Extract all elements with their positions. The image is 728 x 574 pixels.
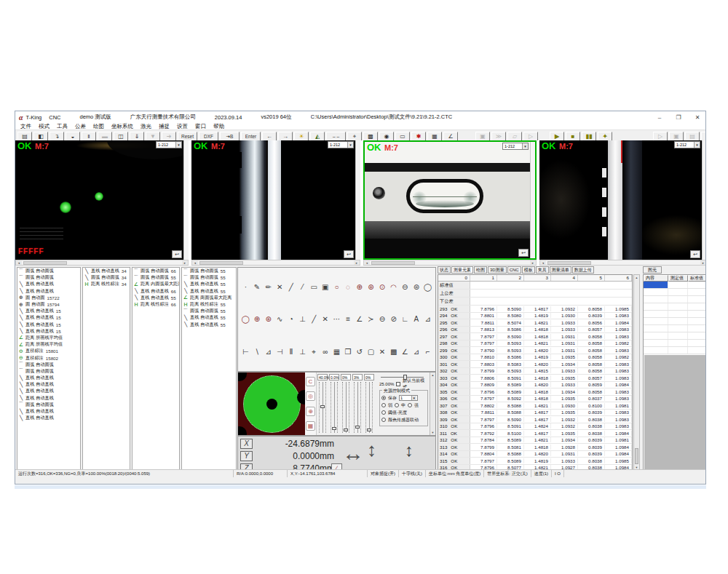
table-column-header[interactable]: 0 — [438, 275, 470, 281]
list-item[interactable]: H距离 线性标注66 — [132, 301, 179, 308]
palette-tool-icon[interactable]: ⊿ — [263, 346, 274, 357]
slider-thumb[interactable] — [367, 428, 371, 431]
camera-4-corner-button[interactable]: ↩ — [690, 250, 700, 258]
palette-tool-icon[interactable]: ✕ — [377, 346, 388, 357]
scrollbar-thumb[interactable] — [199, 261, 243, 265]
list-item[interactable]: ╲直线 自动直线 — [17, 281, 80, 287]
table-special-row[interactable]: 标准值 — [438, 282, 632, 290]
camera-3-horizontal-scrollbar[interactable]: ◂ ▸ — [363, 260, 537, 266]
table-row[interactable]: 302OK7.87998.50931.48151.09330.80581.098… — [438, 368, 632, 375]
table-vertical-scrollbar[interactable]: ▴ ▾ — [633, 274, 640, 471]
table-tab-3[interactable]: 3D测量 — [488, 266, 507, 274]
palette-tool-icon[interactable]: ⊘ — [388, 314, 399, 324]
list-item[interactable]: ╲直线 自动直线 — [17, 375, 80, 381]
table-tab-6[interactable]: 夹具 — [536, 266, 549, 274]
table-column-header[interactable]: 4 — [551, 275, 578, 281]
camera-panel-3-selected[interactable]: OK M:7 1-212▼ ↩ ◂ ▸ — [363, 140, 537, 266]
element-row[interactable] — [644, 311, 706, 318]
list-item[interactable]: ∠距离 两圆弧最大距离 — [182, 295, 236, 301]
palette-tool-icon[interactable]: ⊙ — [377, 282, 388, 292]
element-col-standard[interactable]: 标准值 — [688, 275, 706, 282]
light-slider-track[interactable] — [331, 382, 338, 433]
table-row[interactable]: 298OK7.87978.50931.48211.09310.80581.098… — [438, 340, 632, 348]
maximize-button[interactable]: ❐ — [674, 114, 683, 121]
palette-tool-icon[interactable]: ∖ — [252, 346, 263, 357]
table-row[interactable]: 301OK7.88038.50831.48201.09340.80581.098… — [438, 361, 632, 368]
list-item[interactable]: ⊖直径标注15802 — [17, 354, 80, 361]
element-row[interactable] — [644, 289, 706, 296]
palette-tool-icon[interactable]: ◯ — [240, 314, 251, 324]
save-slot-select[interactable]: 1▼ — [399, 395, 418, 401]
light-slider-track[interactable] — [319, 382, 326, 433]
palette-tool-icon[interactable]: ⊖ — [377, 314, 388, 324]
results-grid[interactable]: 0123456标准值上公差下公差293OK7.87968.50901.48171… — [438, 274, 633, 471]
light-slider-track[interactable] — [354, 382, 361, 433]
table-row[interactable]: 305OK7.87968.50891.48181.09340.80581.098… — [438, 388, 632, 396]
table-column-header[interactable]: 1 — [470, 275, 497, 281]
element-row[interactable] — [644, 347, 706, 354]
list-item[interactable]: ⌒圆弧 自动圆弧55 — [182, 274, 236, 281]
palette-tool-icon[interactable]: ✎ — [252, 282, 263, 292]
table-row[interactable]: 312OK7.87848.50891.48211.09340.80391.098… — [438, 437, 632, 445]
list-item[interactable]: ╲直线 自动直线15 — [17, 314, 80, 321]
chevron-down-icon[interactable]: ▼ — [694, 142, 700, 148]
palette-tool-icon[interactable]: ╱ — [309, 314, 320, 324]
palette-tool-icon[interactable]: ⊜ — [411, 282, 422, 292]
table-row[interactable]: 303OK7.88068.50911.48181.09350.80571.098… — [438, 375, 632, 382]
list-item[interactable]: ╲直线 自动直线55 — [182, 281, 236, 287]
palette-tool-icon[interactable]: ⊣ — [274, 346, 285, 357]
palette-tool-icon[interactable]: ⌐ — [422, 346, 433, 357]
camera-3-zoom-combo[interactable]: 1-212▼ — [502, 143, 529, 150]
menu-item-1[interactable]: 模式 — [39, 123, 50, 130]
palette-tool-icon[interactable]: ▣ — [320, 282, 331, 292]
camera-4-zoom-combo[interactable]: 1-212▼ — [674, 141, 700, 148]
palette-tool-icon[interactable]: ◯ — [422, 282, 433, 292]
list-item[interactable]: ⊕圆 自动圆15794 — [17, 301, 80, 308]
palette-tool-icon[interactable]: ✕ — [274, 282, 285, 292]
scroll-up-icon[interactable]: ▴ — [636, 276, 637, 279]
master-brightness-slider[interactable] — [381, 375, 424, 380]
table-row[interactable]: 313OK7.87998.50811.48181.09280.80391.098… — [438, 444, 632, 451]
table-tab-1[interactable]: 测量元素 — [451, 266, 473, 274]
menu-item-6[interactable]: 激光 — [141, 123, 151, 130]
chevron-down-icon[interactable]: ▼ — [347, 142, 353, 148]
palette-tool-icon[interactable]: ▢ — [365, 346, 376, 357]
camera-2-vertical-scrollbar[interactable] — [355, 140, 360, 260]
level-mid-radio[interactable] — [395, 403, 399, 407]
element-col-content[interactable]: 内容 — [644, 275, 668, 282]
camera-panel-1[interactable]: OK M:7 FFFFF 1-212▼ ↩ ◂ ▸ — [15, 140, 189, 266]
table-column-header[interactable]: 5 — [578, 275, 605, 281]
palette-tool-icon[interactable]: ⋯ — [331, 314, 342, 324]
camera-4-vertical-scrollbar[interactable] — [702, 140, 706, 260]
list-item[interactable]: ╲直线 自动直线34 — [83, 268, 130, 274]
light-channel-button-2[interactable]: ⊕ — [306, 407, 315, 416]
element-row[interactable] — [644, 296, 706, 303]
close-button[interactable]: ✕ — [693, 114, 702, 121]
table-row[interactable]: 307OK7.88028.50881.48211.09300.81001.098… — [438, 402, 632, 410]
scroll-left-icon[interactable]: ◂ — [192, 260, 198, 265]
measurement-list-3[interactable]: ⌒圆弧 自动圆弧66⌒圆弧 自动圆弧55∠距离 内圆弧最大距离╲直线 自动直线6… — [132, 267, 180, 477]
camera-panel-4[interactable]: OK M:7 1-212▼ ↩ ◂ ▸ — [539, 140, 706, 266]
element-row[interactable] — [644, 282, 706, 289]
palette-tool-icon[interactable]: ⊕ — [252, 314, 263, 324]
palette-tool-icon[interactable]: ↺ — [354, 346, 365, 357]
list-item[interactable]: ∠距离 所画线平均值 — [17, 335, 80, 341]
palette-tool-icon[interactable]: ✏ — [263, 282, 274, 292]
menu-item-0[interactable]: 文件 — [20, 123, 31, 130]
save-radio[interactable] — [381, 396, 386, 400]
table-tab-0[interactable]: 状态 — [438, 266, 451, 274]
camera-panel-2[interactable]: OK M:7 1-212▼ ↩ ◂ ▸ — [191, 140, 360, 266]
list-item[interactable]: ⌒圆弧 自动圆弧66 — [132, 268, 179, 274]
list-item[interactable]: ╲直线 自动直线55 — [182, 322, 236, 328]
camera-1-corner-button[interactable]: ↩ — [172, 250, 182, 258]
table-column-header[interactable]: 6 — [605, 275, 632, 281]
ring-light-preview[interactable] — [238, 372, 305, 435]
element-panel-tab[interactable]: 图元 — [643, 266, 662, 274]
camera-1-vertical-scrollbar[interactable] — [183, 140, 189, 260]
jog-z-icon[interactable]: ↕ — [405, 440, 414, 461]
table-row[interactable]: 314OK7.88048.50881.48201.09310.80391.098… — [438, 451, 632, 458]
minimize-button[interactable]: – — [655, 114, 664, 121]
table-row[interactable]: 296OK7.88138.50861.48181.09330.80571.098… — [438, 327, 632, 334]
palette-tool-icon[interactable]: ⊢ — [240, 346, 251, 357]
threshold-radio[interactable] — [381, 410, 386, 415]
